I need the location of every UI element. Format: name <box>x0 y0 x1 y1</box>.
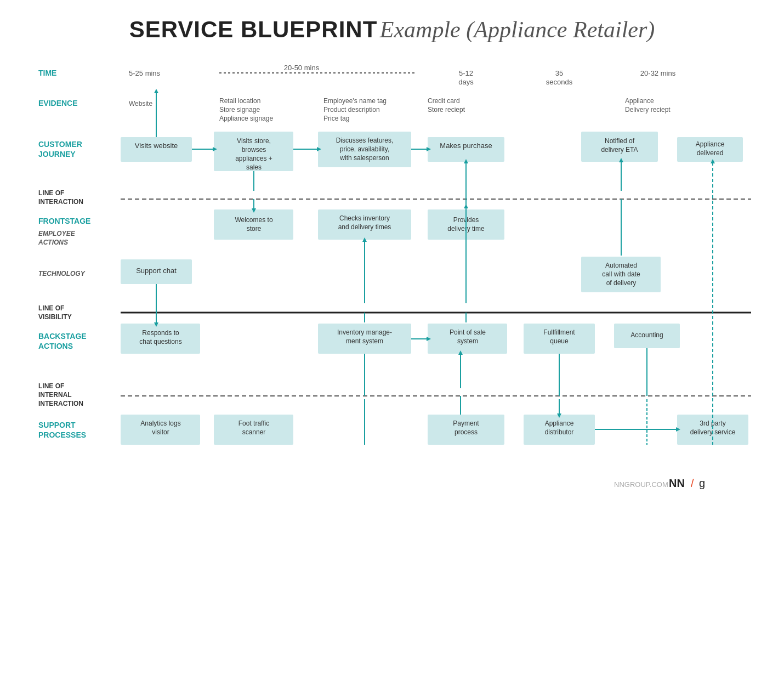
time-period-3: 5-12 <box>459 69 473 77</box>
cj-label-2: JOURNEY <box>38 150 76 158</box>
blueprint-diagram: TIME 5-25 mins 20-50 mins 5-12 days 35 s… <box>33 59 751 651</box>
time-period-5: 20-32 mins <box>640 69 676 77</box>
tech-text-2b: call with date <box>602 270 640 278</box>
sp-text-1a: Analytics logs <box>140 420 180 427</box>
cj-text-2d: sales <box>246 163 262 171</box>
evidence-2b: Store signage <box>219 106 260 114</box>
cj-text-6b: delivered <box>697 149 724 157</box>
tech-label: TECHNOLOGY <box>38 270 86 277</box>
title-bold: SERVICE BLUEPRINT <box>129 16 378 42</box>
sp-text-4b: distributor <box>545 428 574 436</box>
sp-text-3a: Payment <box>453 420 479 427</box>
time-period-1: 5-25 mins <box>129 69 161 77</box>
tech-text-2a: Automated <box>605 262 637 269</box>
time-period-2: 20-50 mins <box>284 64 320 72</box>
loii-label-2: INTERNAL <box>38 391 72 399</box>
svg-text:days: days <box>458 78 474 86</box>
lov-label-1: LINE OF <box>38 304 64 312</box>
svg-marker-25 <box>464 204 468 208</box>
cj-text-5a: Notified of <box>605 137 635 145</box>
cj-text-6a: Appliance <box>696 140 725 148</box>
bs-text-3b: system <box>457 337 478 345</box>
employee-label-2: ACTIONS <box>38 239 68 246</box>
bs-text-3a: Point of sale <box>450 328 486 336</box>
cj-text-3b: price, availability, <box>340 145 389 153</box>
sp-text-4a: Appliance <box>545 420 574 427</box>
backstage-label-2: ACTIONS <box>38 342 73 350</box>
loi-label-1: LINE OF <box>38 189 64 197</box>
lov-label-2: VISIBILITY <box>38 313 72 321</box>
bs-text-1b: chat questions <box>139 338 181 345</box>
employee-label-1: EMPLOYEE <box>38 230 76 237</box>
loii-label-1: LINE OF <box>38 382 64 390</box>
cj-text-2a: Visits store, <box>237 137 271 145</box>
cj-text-3c: with salesperson <box>339 154 389 162</box>
bs-text-2a: Inventory manage- <box>337 328 392 336</box>
cj-text-3a: Discusses features, <box>336 137 394 144</box>
svg-text:seconds: seconds <box>546 78 573 86</box>
fs-text-2b: and delivery times <box>338 223 391 231</box>
fs-text-1a: Welcomes to <box>235 216 272 224</box>
evidence-3a: Employee's name tag <box>323 97 387 105</box>
tech-text-2c: of delivery <box>606 279 637 287</box>
evidence-3c: Price tag <box>323 115 349 122</box>
footer-nn: NN <box>669 477 685 489</box>
time-period-4: 35 <box>555 69 563 77</box>
loii-label-3: INTERACTION <box>38 400 83 407</box>
sp-text-1b: visitor <box>152 428 169 436</box>
footer-g: g <box>699 477 705 489</box>
time-label: TIME <box>38 69 56 77</box>
title-italic: Example (Appliance Retailer) <box>380 17 655 42</box>
cj-label-1: CUSTOMER <box>38 140 82 149</box>
fs-text-2a: Checks inventory <box>339 214 390 222</box>
sp-label-2: PROCESSES <box>38 430 86 439</box>
evidence-label: EVIDENCE <box>38 99 78 107</box>
cj-text-5b: delivery ETA <box>601 146 638 154</box>
footer-slash: / <box>691 477 694 489</box>
sp-text-2a: Foot traffic <box>238 420 269 427</box>
loi-label-2: INTERACTION <box>38 198 83 206</box>
cj-text-1a: Visits website <box>135 141 178 150</box>
evidence-7b: Delivery reciept <box>625 106 671 114</box>
bs-text-4b: queue <box>550 337 569 345</box>
evidence-2c: Appliance signage <box>219 115 273 122</box>
backstage-label-1: BACKSTAGE <box>38 332 87 341</box>
evidence-7a: Appliance <box>625 97 654 105</box>
bs-text-2b: ment system <box>346 337 383 345</box>
sp-label-1: SUPPORT <box>38 421 76 429</box>
evidence-1: Website <box>129 100 152 107</box>
evidence-4b: Store reciept <box>428 106 465 114</box>
bs-text-5: Accounting <box>630 331 663 339</box>
cj-text-2b: browses <box>242 146 266 154</box>
page: SERVICE BLUEPRINT Example (Appliance Ret… <box>0 0 784 680</box>
evidence-2a: Retail location <box>219 97 260 105</box>
title-area: SERVICE BLUEPRINT Example (Appliance Ret… <box>33 16 751 43</box>
cj-text-2c: appliances + <box>235 155 272 162</box>
frontstage-label: FRONTSTAGE <box>38 217 90 225</box>
svg-marker-38 <box>154 89 158 93</box>
cj-text-4a: Makes purchase <box>440 141 492 150</box>
bs-text-4a: Fullfillment <box>543 328 575 336</box>
evidence-3b: Product description <box>323 106 380 114</box>
footer-text: NNGROUP.COM <box>614 480 668 489</box>
evidence-4a: Credit card <box>428 97 460 105</box>
bs-text-1a: Responds to <box>142 329 179 337</box>
sp-text-3b: process <box>455 428 478 436</box>
fs-text-1b: store <box>247 225 262 233</box>
sp-text-2b: scanner <box>242 428 266 436</box>
tech-text-1: Support chat <box>136 267 177 275</box>
